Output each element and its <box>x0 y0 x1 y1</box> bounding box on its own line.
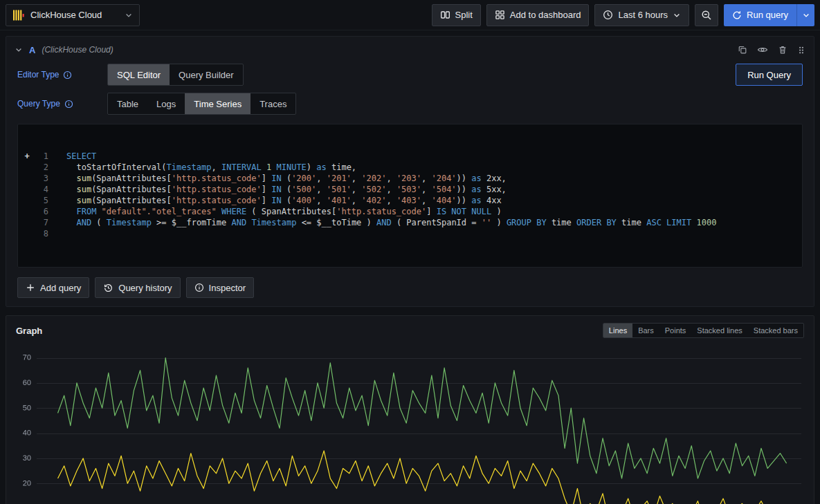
sql-line-1[interactable]: +1SELECT <box>18 151 802 162</box>
split-label: Split <box>455 10 473 20</box>
graph-mode-bars[interactable]: Bars <box>632 324 659 337</box>
inspector-button[interactable]: Inspector <box>186 277 254 298</box>
graph-header: Graph LinesBarsPointsStacked linesStacke… <box>13 321 807 341</box>
editor-type-label-group: Editor Type <box>17 70 107 80</box>
query-editor-panel: A (ClickHouse Cloud) <box>6 36 814 307</box>
split-icon <box>440 10 450 20</box>
editor-type-sql-editor[interactable]: SQL Editor <box>108 64 170 85</box>
graph-mode-lines[interactable]: Lines <box>603 324 632 337</box>
query-type-time-series[interactable]: Time Series <box>185 93 250 114</box>
zoom-out-icon <box>701 10 712 21</box>
info-icon[interactable] <box>63 71 72 80</box>
graph-mode-stacked-lines[interactable]: Stacked lines <box>691 324 747 337</box>
editor-type-row: Editor Type SQL EditorQuery Builder Run … <box>6 60 814 89</box>
query-history-label: Query history <box>118 283 172 293</box>
query-type-table[interactable]: Table <box>108 93 147 114</box>
line-number: 5 <box>36 195 48 206</box>
sync-icon <box>732 10 742 20</box>
time-range-label: Last 6 hours <box>618 10 668 20</box>
graph-canvas[interactable] <box>13 341 807 504</box>
sql-text <box>48 228 66 239</box>
add-to-dashboard-label: Add to dashboard <box>510 10 581 20</box>
query-history-button[interactable]: Query history <box>95 277 180 298</box>
sql-line-6[interactable]: 6 FROM "default"."otel_traces" WHERE ( S… <box>18 206 802 217</box>
graph-mode-group: LinesBarsPointsStacked linesStacked bars <box>603 323 804 338</box>
sql-code-lines: +1SELECT2 toStartOfInterval(Timestamp, I… <box>18 151 802 239</box>
line-number: 1 <box>36 151 48 162</box>
line-number: 7 <box>36 217 48 228</box>
sql-text: toStartOfInterval(Timestamp, INTERVAL 1 … <box>48 162 356 173</box>
eye-icon <box>757 44 768 55</box>
chevron-down-icon <box>802 11 810 19</box>
query-ref-id[interactable]: A <box>29 45 35 55</box>
plus-icon <box>26 283 35 292</box>
query-type-row: Query Type TableLogsTime SeriesTraces <box>6 89 814 118</box>
drag-handle-icon[interactable] <box>797 45 805 55</box>
info-icon <box>194 283 204 292</box>
query-type-logs[interactable]: Logs <box>147 93 185 114</box>
run-query-editor-button[interactable]: Run Query <box>736 64 803 86</box>
query-row-header: A (ClickHouse Cloud) <box>6 39 814 60</box>
line-number: 4 <box>36 184 48 195</box>
editor-type-label: Editor Type <box>17 70 59 80</box>
datasource-picker[interactable]: ClickHouse Cloud <box>6 4 140 26</box>
sql-code-editor[interactable]: +1SELECT2 toStartOfInterval(Timestamp, I… <box>17 124 803 268</box>
line-number: 2 <box>36 162 48 173</box>
line-number: 3 <box>36 173 48 184</box>
editor-type-query-builder[interactable]: Query Builder <box>170 64 242 85</box>
chevron-down-icon <box>673 11 681 19</box>
sql-line-5[interactable]: 5 sum(SpanAttributes['http.status_code']… <box>18 195 802 206</box>
collapse-query-icon[interactable] <box>15 46 23 54</box>
graph-title: Graph <box>16 326 42 336</box>
duplicate-query-button[interactable] <box>738 45 747 55</box>
line-number: 6 <box>36 206 48 217</box>
run-query-label: Run query <box>747 10 788 20</box>
line-number: 8 <box>36 228 48 239</box>
graph-panel: Graph LinesBarsPointsStacked linesStacke… <box>6 315 814 504</box>
sql-text: sum(SpanAttributes['http.status_code'] I… <box>48 195 502 206</box>
query-type-label: Query Type <box>17 99 60 109</box>
query-type-label-group: Query Type <box>17 99 107 109</box>
inspector-label: Inspector <box>209 283 246 293</box>
add-line-icon[interactable]: + <box>18 151 36 162</box>
copy-icon <box>738 45 747 55</box>
sql-text: sum(SpanAttributes['http.status_code'] I… <box>48 173 507 184</box>
run-query-split-button: Run query <box>724 4 814 26</box>
query-type-group: TableLogsTime SeriesTraces <box>107 93 296 115</box>
query-datasource-hint: (ClickHouse Cloud) <box>42 45 113 55</box>
sql-text: sum(SpanAttributes['http.status_code'] I… <box>48 184 507 195</box>
graph-mode-points[interactable]: Points <box>659 324 692 337</box>
query-footer: Add query Query history Inspector <box>17 277 803 298</box>
time-range-button[interactable]: Last 6 hours <box>594 4 689 26</box>
query-type-traces[interactable]: Traces <box>250 93 295 114</box>
sql-text: SELECT <box>48 151 96 162</box>
sql-line-4[interactable]: 4 sum(SpanAttributes['http.status_code']… <box>18 184 802 195</box>
history-icon <box>103 283 113 293</box>
explore-toolbar: ClickHouse Cloud Split Add to dashboard … <box>0 0 820 30</box>
sql-text: AND ( Timestamp >= $__fromTime AND Times… <box>48 217 716 228</box>
toggle-visibility-button[interactable] <box>757 44 768 55</box>
info-icon[interactable] <box>64 100 73 109</box>
split-button[interactable]: Split <box>432 4 481 26</box>
sql-text: FROM "default"."otel_traces" WHERE ( Spa… <box>48 206 502 217</box>
clickhouse-logo-icon <box>12 9 25 21</box>
run-query-caret-button[interactable] <box>796 4 814 26</box>
add-query-label: Add query <box>40 283 81 293</box>
zoom-out-button[interactable] <box>695 4 718 26</box>
sql-line-2[interactable]: 2 toStartOfInterval(Timestamp, INTERVAL … <box>18 162 802 173</box>
add-query-button[interactable]: Add query <box>17 277 89 298</box>
trash-icon <box>778 45 787 55</box>
graph-mode-stacked-bars[interactable]: Stacked bars <box>748 324 803 337</box>
sql-line-3[interactable]: 3 sum(SpanAttributes['http.status_code']… <box>18 173 802 184</box>
chevron-down-icon <box>125 11 133 19</box>
clock-icon <box>603 10 613 20</box>
editor-type-group: SQL EditorQuery Builder <box>107 64 244 86</box>
add-to-dashboard-button[interactable]: Add to dashboard <box>486 4 590 26</box>
sql-line-8[interactable]: 8 <box>18 228 802 239</box>
datasource-name: ClickHouse Cloud <box>30 10 119 20</box>
chart-area <box>13 341 807 504</box>
apps-grid-icon <box>495 10 505 20</box>
run-query-button[interactable]: Run query <box>724 4 796 26</box>
delete-query-button[interactable] <box>778 45 787 55</box>
sql-line-7[interactable]: 7 AND ( Timestamp >= $__fromTime AND Tim… <box>18 217 802 228</box>
